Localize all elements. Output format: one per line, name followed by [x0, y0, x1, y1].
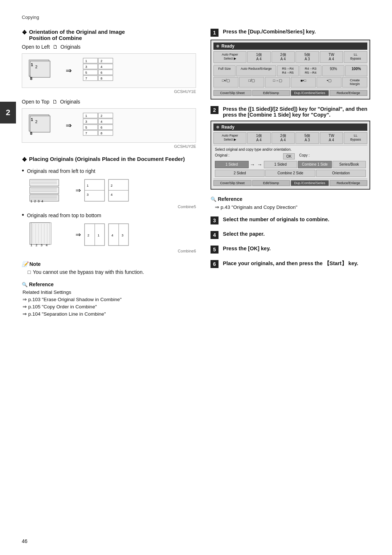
btn-orientation[interactable]: Orientation [316, 170, 366, 177]
copier-2w-a4[interactable]: 2側A 4 [271, 51, 295, 63]
copier-header2: Ready [213, 123, 367, 131]
copier-bypass[interactable]: LLBypass [344, 51, 367, 63]
combine6-result-svg: 2 1 4 3 [84, 222, 131, 247]
nav-cover-slip[interactable]: Cover/Slip Sheet [213, 90, 252, 96]
copier2-sided-row: 1 Sided → → 1 Sided Combine 1 Side Serie… [213, 160, 367, 169]
nav-dup-combine[interactable]: Dup./Combine/Series [291, 90, 329, 96]
arrow-to-copy2: → [257, 162, 263, 167]
diamond-icon: ❖ [22, 29, 27, 36]
svg-text:2: 2 [36, 243, 37, 247]
combine5-result-svg: 1 3 2 4 [84, 178, 131, 203]
svg-text:4: 4 [111, 193, 113, 197]
nav2-dup-combine[interactable]: Dup./Combine/Series [291, 180, 329, 186]
left-column: ❖ Orientation of the Original and Image … [22, 29, 196, 318]
copier-1w-a4[interactable]: 1側A 4 [247, 51, 271, 63]
copier-auto-reduce[interactable]: Auto Reduce/Enlarge [236, 65, 276, 76]
step6: 6 Place your originals, and then press t… [211, 260, 370, 268]
svg-text:1: 1 [98, 234, 99, 237]
two-col-layout: ❖ Orientation of the Original and Image … [22, 29, 370, 318]
diagram4-caption: Combine6 [22, 249, 196, 253]
btn-series-book[interactable]: Series/Book [332, 161, 366, 168]
combine6-diagram: 1 2 3 4 ⇒ 2 1 4 3 [29, 222, 196, 247]
result-grid-svg2: 1 3 5 7 2 4 [82, 112, 119, 138]
copier2-2w-a4[interactable]: 2側A 4 [271, 132, 295, 144]
ref-section-right: 🔍 Reference ⇒ p.43 "Originals and Copy D… [211, 196, 370, 210]
section2-title: ❖ Placing Originals (Originals Placed in… [22, 156, 196, 163]
step6-header: 6 Place your originals, and then press t… [211, 260, 370, 268]
nav2-edit-stamp[interactable]: Edit/Stamp [252, 180, 290, 186]
copier-100pct[interactable]: 100% [345, 65, 367, 76]
btn-2sided[interactable]: 2 Sided [215, 170, 265, 177]
copier-row3-ui1: □•/▢ □/▢ □→▢ ■•□ •▢ CreateMargin [213, 77, 367, 88]
note-icon: 📝 [22, 261, 28, 267]
svg-text:4: 4 [46, 243, 48, 247]
copier-icon2[interactable]: □/▢ [239, 77, 264, 88]
step3-number: 3 [211, 216, 219, 224]
btn-combine1side[interactable]: Combine 1 Side [298, 161, 332, 168]
btn-combine2side[interactable]: Combine 2 Side [265, 170, 315, 177]
diagram1-caption: GCSHUY1E [22, 89, 196, 94]
svg-text:1: 1 [85, 59, 87, 63]
copier-full-size[interactable]: Full Size [213, 65, 236, 76]
copier2-1w-a4[interactable]: 1側A 4 [247, 132, 271, 144]
copier2-auto-paper[interactable]: Auto PaperSelect ▶ [213, 132, 246, 144]
step5-number: 5 [211, 246, 219, 254]
copier-icon4[interactable]: ■•□ [291, 77, 316, 88]
copier-auto-paper[interactable]: Auto PaperSelect ▶ [213, 51, 246, 63]
page-number: 46 [22, 538, 28, 544]
copier2-bypass[interactable]: LLBypass [344, 132, 367, 144]
ref-icon-left: 🔍 [22, 282, 28, 287]
copier2-5w-a3[interactable]: 5側A 3 [295, 132, 319, 144]
open-top-label: Open to Top 🗋 Originals [22, 99, 196, 105]
copier-ui1: Ready Auto PaperSelect ▶ 1側A 4 2側A 4 5側A… [211, 40, 370, 100]
note-section: 📝 Note □ You cannot use the bypass tray … [22, 261, 196, 275]
note-text: □ You cannot use the bypass tray with th… [22, 269, 196, 275]
combine6-orig-svg: 1 2 3 4 [29, 222, 73, 247]
copier2-tw-a4[interactable]: TWA 4 [320, 132, 343, 144]
svg-text:2: 2 [101, 114, 102, 118]
nav2-cover-slip[interactable]: Cover/Slip Sheet [213, 180, 252, 186]
nav-reduce-enlarge[interactable]: Reduce/Enlarge [330, 90, 368, 96]
copier-93pct[interactable]: 93% [322, 65, 344, 76]
svg-text:1: 1 [31, 117, 33, 122]
originals-stack-top: 1 2 8 [27, 113, 60, 138]
step2-text: Press the ([1 Sided]/[2 Sided]) key for … [223, 106, 370, 118]
svg-text:3: 3 [85, 65, 87, 69]
ref-title-right: 🔍 Reference [211, 196, 370, 202]
copier-icon3[interactable]: □→▢ [265, 77, 290, 88]
ref-item-3: ⇒ p.104 "Separation Line in Combine" [22, 311, 196, 317]
btn-1sided-copy[interactable]: 1 Sided [264, 161, 298, 168]
copier-icon1[interactable]: □•/▢ [213, 77, 238, 88]
svg-text:7: 7 [85, 131, 87, 135]
svg-rect-49 [30, 187, 59, 194]
step4-header: 4 Select the paper. [211, 231, 370, 239]
svg-text:⇒: ⇒ [66, 67, 72, 74]
ref-item-2: ⇒ p.105 "Copy Order in Combine" [22, 304, 196, 309]
step3: 3 Select the number of originals to comb… [211, 216, 370, 224]
btn-1sided-orig[interactable]: 1 Sided [215, 161, 249, 168]
combine6-arrow: ⇒ [75, 231, 81, 239]
ok-btn[interactable]: OK [283, 153, 295, 159]
copier-nav1: Cover/Slip Sheet Edit/Stamp Dup./Combine… [213, 90, 367, 96]
nav2-reduce-enlarge[interactable]: Reduce/Enlarge [330, 180, 368, 186]
copier-row2-ui1: Full Size Auto Reduce/Enlarge R5→R4R4→R5… [213, 65, 367, 76]
copier-r4r3[interactable]: R4→R3R5→R4 [299, 65, 322, 76]
copier-create-margin[interactable]: CreateMargin [342, 77, 367, 88]
svg-text:6: 6 [101, 71, 102, 74]
step6-number: 6 [211, 260, 219, 268]
svg-text:⇒: ⇒ [66, 122, 72, 129]
step3-text: Select the number of originals to combin… [223, 216, 329, 222]
copier-r5r4[interactable]: R5→R4R4→R5 [277, 65, 299, 76]
copier-5w-a3[interactable]: 5側A 3 [295, 51, 319, 63]
nav-edit-stamp[interactable]: Edit/Stamp [252, 90, 290, 96]
copier-icon5[interactable]: •▢ [317, 77, 342, 88]
diagram2-svg-wrap: 1 2 8 ⇒ 1 [27, 112, 191, 139]
svg-text:2: 2 [101, 59, 102, 63]
svg-text:5: 5 [85, 71, 87, 74]
step5-header: 5 Press the [OK] key. [211, 246, 370, 254]
copier-tw-a4[interactable]: TWA 4 [320, 51, 343, 63]
ref-icon-right: 🔍 [211, 197, 216, 202]
svg-text:4: 4 [101, 120, 102, 123]
page-container: Copying 2 ❖ Orientation of the Original … [0, 0, 392, 555]
ready-dot2 [216, 126, 219, 129]
